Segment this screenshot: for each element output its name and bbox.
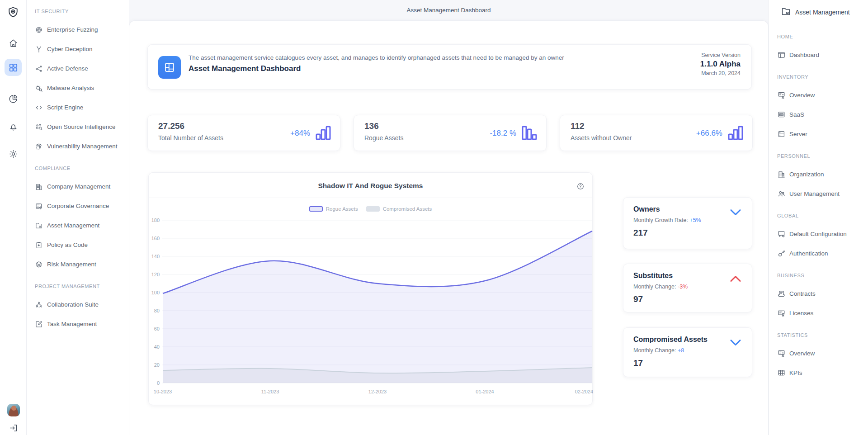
stat-value: 136 bbox=[364, 121, 379, 131]
network-search-icon bbox=[35, 123, 43, 131]
secondary-sidebar: IT SECURITY Enterprise FuzzingCyber Dece… bbox=[27, 0, 129, 435]
svg-text:140: 140 bbox=[151, 254, 160, 259]
banner-title: Asset Management Dashboard bbox=[189, 64, 564, 73]
stat-trend: -18.2 % bbox=[490, 115, 537, 151]
rightbar-item-label: Server bbox=[789, 131, 807, 137]
branch-icon bbox=[35, 45, 43, 53]
rightbar-item-user-management[interactable]: User Management bbox=[769, 184, 868, 203]
stat-change: +66.6% bbox=[696, 129, 722, 138]
logout-icon bbox=[9, 423, 18, 433]
layers-icon bbox=[35, 260, 43, 269]
banner-description: The asset management service catalogues … bbox=[189, 54, 564, 61]
section-label-business: BUSINESS bbox=[769, 267, 868, 284]
table-icon bbox=[777, 369, 786, 377]
sidebar-item-risk-management[interactable]: Risk Management bbox=[27, 255, 129, 274]
sidebar-item-malware-analysis[interactable]: Malware Analysis bbox=[27, 78, 129, 98]
chevron-down-icon bbox=[730, 209, 741, 216]
stat-label: Rogue Assets bbox=[364, 134, 403, 142]
svg-text:20: 20 bbox=[154, 362, 160, 368]
sidebar-item-label: Vulnerability Management bbox=[47, 143, 118, 150]
sidebar-item-label: Cyber Deception bbox=[47, 46, 93, 52]
help-icon[interactable] bbox=[576, 182, 585, 191]
sidebar-item-policy-as-code[interactable]: Policy as Code bbox=[27, 235, 129, 255]
sidebar-item-enterprise-fuzzing[interactable]: Enterprise Fuzzing bbox=[27, 20, 129, 39]
pie-icon bbox=[8, 94, 19, 104]
rail-item-notifications[interactable] bbox=[5, 118, 22, 135]
sidebar-item-vulnerability-management[interactable]: Vulnerability Management bbox=[27, 137, 129, 156]
user-avatar[interactable] bbox=[7, 404, 20, 416]
svg-text:02-2024: 02-2024 bbox=[575, 389, 593, 394]
sidebar-section-project-management: PROJECT MANAGEMENT Collaboration SuiteTa… bbox=[27, 278, 129, 334]
rightbar-item-label: Licenses bbox=[789, 310, 813, 317]
legend-label: Rogue Assets bbox=[326, 206, 358, 212]
sidebar-item-open-source-intelligence[interactable]: Open Source Intelligence bbox=[27, 117, 129, 137]
rightbar-item-label: Authentication bbox=[789, 250, 828, 257]
server-icon bbox=[777, 130, 786, 138]
sidebar-item-corporate-governance[interactable]: Corporate Governance bbox=[27, 196, 129, 216]
sidebar-item-collaboration-suite[interactable]: Collaboration Suite bbox=[27, 295, 129, 314]
corner-app-label[interactable]: Asset Management bbox=[781, 0, 850, 24]
sidebar-item-asset-management[interactable]: Asset Management bbox=[27, 216, 129, 235]
rightbar-item-licenses[interactable]: Licenses bbox=[769, 303, 868, 323]
rail-item-dashboard[interactable] bbox=[5, 59, 22, 76]
legend-swatch bbox=[366, 206, 380, 212]
rightbar-item-kpis[interactable]: KPIs bbox=[769, 363, 868, 383]
insight-subtitle: Monthly Change: +8 bbox=[633, 347, 684, 354]
sidebar-item-company-management[interactable]: Company Management bbox=[27, 177, 129, 196]
rightbar-item-organization[interactable]: Organization bbox=[769, 165, 868, 184]
insight-card-owners[interactable]: Owners Monthly Growth Rate: +5% 217 bbox=[623, 197, 752, 249]
insight-card-substitutes[interactable]: Substitutes Monthly Change: -3% 97 bbox=[623, 264, 752, 312]
rightbar-item-label: Organization bbox=[789, 171, 824, 178]
chart-legend: Rogue Assets Compromised Assets bbox=[149, 206, 592, 212]
stat-trend: +66.6% bbox=[696, 115, 743, 151]
banner-text: The asset management service catalogues … bbox=[189, 54, 564, 73]
rightbar-item-label: KPIs bbox=[789, 369, 802, 376]
rightbar-item-dashboard[interactable]: Dashboard bbox=[769, 45, 868, 65]
rightbar-item-saas[interactable]: SaaS bbox=[769, 105, 868, 124]
dashboard-layout-icon bbox=[158, 56, 181, 79]
rail-item-analytics[interactable] bbox=[5, 90, 22, 107]
section-label-project-management: PROJECT MANAGEMENT bbox=[27, 278, 129, 295]
list-gear-icon bbox=[35, 202, 43, 210]
rail-item-settings[interactable] bbox=[5, 145, 22, 162]
rightbar-item-overview[interactable]: Overview bbox=[769, 344, 868, 363]
bar-chart-icon bbox=[728, 126, 743, 141]
sidebar-item-active-defense[interactable]: Active Defense bbox=[27, 59, 129, 78]
svg-text:12-2023: 12-2023 bbox=[368, 389, 387, 394]
rightbar-item-default-configuration[interactable]: Default Configuration bbox=[769, 224, 868, 244]
sidebar-item-label: Company Management bbox=[47, 183, 110, 190]
app-root: IT SECURITY Enterprise FuzzingCyber Dece… bbox=[0, 0, 868, 435]
chart-title: Shadow IT And Rogue Systems bbox=[149, 182, 592, 190]
sidebar-item-label: Collaboration Suite bbox=[47, 301, 99, 308]
insight-card-compromised-assets[interactable]: Compromised Assets Monthly Change: +8 17 bbox=[623, 327, 752, 377]
legend-rogue-assets[interactable]: Rogue Assets bbox=[309, 206, 358, 212]
window-icon bbox=[777, 51, 786, 59]
page-title: Asset Management Dashboard bbox=[129, 0, 769, 20]
legend-label: Compromised Assets bbox=[383, 206, 432, 212]
rightbar-item-label: Overview bbox=[789, 350, 815, 357]
rightbar-item-server[interactable]: Server bbox=[769, 124, 868, 144]
stat-label: Total Number of Assets bbox=[158, 134, 223, 142]
sidebar-item-task-management[interactable]: Task Management bbox=[27, 314, 129, 334]
rightbar-item-authentication[interactable]: Authentication bbox=[769, 244, 868, 263]
svg-text:0: 0 bbox=[157, 380, 160, 386]
insight-title: Owners bbox=[633, 205, 660, 213]
certificate-icon bbox=[777, 309, 786, 317]
sidebar-item-cyber-deception[interactable]: Cyber Deception bbox=[27, 39, 129, 59]
service-version-block: Service Version 1.1.0 Alpha March 20, 20… bbox=[700, 52, 741, 76]
gear-icon bbox=[8, 149, 19, 159]
sidebar-item-label: Enterprise Fuzzing bbox=[47, 26, 98, 33]
rightbar-section-global: GLOBAL Default ConfigurationAuthenticati… bbox=[769, 207, 868, 263]
logout-icon[interactable] bbox=[8, 423, 19, 434]
sidebar-item-script-engine[interactable]: Script Engine bbox=[27, 98, 129, 117]
rightbar-item-overview[interactable]: Overview bbox=[769, 85, 868, 105]
home-icon bbox=[8, 38, 19, 48]
divider bbox=[149, 198, 592, 198]
clipboard-icon bbox=[35, 241, 43, 249]
sidebar-item-label: Corporate Governance bbox=[47, 203, 109, 209]
rightbar-item-contracts[interactable]: Contracts bbox=[769, 284, 868, 303]
rightbar-section-personnel: PERSONNEL OrganizationUser Management bbox=[769, 147, 868, 203]
app-logo shield-check-icon[interactable] bbox=[7, 6, 19, 19]
rail-item-home[interactable] bbox=[5, 34, 22, 52]
legend-compromised-assets[interactable]: Compromised Assets bbox=[366, 206, 432, 212]
